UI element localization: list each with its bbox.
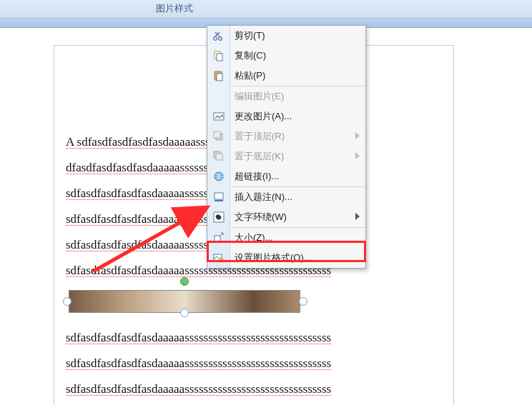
svg-point-17 [219, 258, 223, 262]
menu-item-send-to-back: 置于底层(K) [207, 146, 365, 166]
rotate-handle[interactable] [180, 277, 189, 286]
menu-item-change-picture[interactable]: 更改图片(A)... [207, 106, 365, 126]
menu-item-paste[interactable]: 粘贴(P) [207, 66, 365, 86]
menu-item-label: 大小(Z)... [235, 231, 272, 244]
body-text-line: sdfasdfasdfasdfasdaaaaasssssssssssssssss… [66, 357, 331, 370]
menu-item-size[interactable]: 大小(Z)... [207, 228, 365, 248]
menu-item-label: 设置图片格式(O)... [235, 251, 312, 264]
submenu-arrow-icon [355, 152, 360, 159]
menu-item-hyperlink[interactable]: 超链接(I)... [207, 166, 365, 186]
selection-handle-bottom[interactable] [180, 309, 189, 317]
menu-item-cut[interactable]: 剪切(T) [207, 26, 365, 46]
format-picture-icon [212, 251, 226, 265]
menu-item-copy[interactable]: 复制(C) [207, 46, 365, 66]
menu-item-format-picture[interactable]: 设置图片格式(O)... [207, 248, 365, 268]
menu-item-label: 粘贴(P) [235, 69, 265, 82]
menu-item-label: 置于底层(K) [235, 150, 284, 163]
menu-item-text-wrapping[interactable]: 文字环绕(W) [207, 207, 365, 227]
svg-rect-13 [215, 200, 223, 201]
selected-image-row [66, 290, 440, 319]
menu-item-label: 插入题注(N)... [235, 191, 292, 204]
body-text-line: sdfasdfasdfasdfasdaaaaasssssssssssssssss… [66, 331, 331, 344]
ribbon-tab-bar: 图片样式 [0, 0, 532, 19]
menu-item-label: 更改图片(A)... [235, 110, 292, 123]
menu-item-edit-picture: 编辑图片(E) [207, 86, 365, 106]
svg-point-1 [219, 37, 222, 41]
caption-icon [212, 190, 226, 204]
menu-item-label: 置于顶层(R) [235, 130, 285, 143]
svg-point-0 [214, 37, 217, 41]
svg-rect-5 [217, 74, 222, 81]
svg-rect-15 [215, 236, 220, 241]
submenu-arrow-icon [355, 132, 360, 139]
menu-item-label: 复制(C) [235, 49, 266, 62]
body-text-line: sdfasdfasdfasdfasdaaaaasssssssssssssssss… [66, 383, 331, 396]
paste-icon [212, 69, 226, 83]
menu-item-bring-to-front: 置于顶层(R) [207, 126, 365, 146]
svg-rect-3 [217, 54, 222, 61]
menu-item-label: 编辑图片(E) [235, 90, 284, 103]
send-back-icon [212, 149, 226, 164]
copy-icon [212, 49, 226, 63]
svg-rect-8 [214, 131, 220, 138]
bring-front-icon [212, 129, 226, 144]
menu-item-label: 超链接(I)... [235, 170, 279, 183]
context-menu: 剪切(T) 复制(C) 粘贴(P) 编辑图片(E) 更改图片(A)... 置于顶… [207, 25, 366, 269]
size-icon [212, 231, 226, 245]
scissors-icon [212, 29, 226, 43]
change-picture-icon [212, 109, 226, 124]
menu-item-label: 剪切(T) [235, 29, 265, 42]
selection-handle-left[interactable] [63, 297, 72, 306]
svg-rect-12 [215, 193, 223, 199]
submenu-arrow-icon [355, 213, 360, 220]
ribbon-contextual-tab-title[interactable]: 图片样式 [156, 2, 193, 15]
text-wrapping-icon [212, 210, 226, 224]
svg-rect-10 [216, 154, 222, 160]
menu-item-insert-caption[interactable]: 插入题注(N)... [207, 187, 365, 207]
menu-item-label: 文字环绕(W) [235, 211, 287, 224]
selection-handle-right[interactable] [299, 297, 307, 306]
hyperlink-icon [212, 169, 226, 184]
